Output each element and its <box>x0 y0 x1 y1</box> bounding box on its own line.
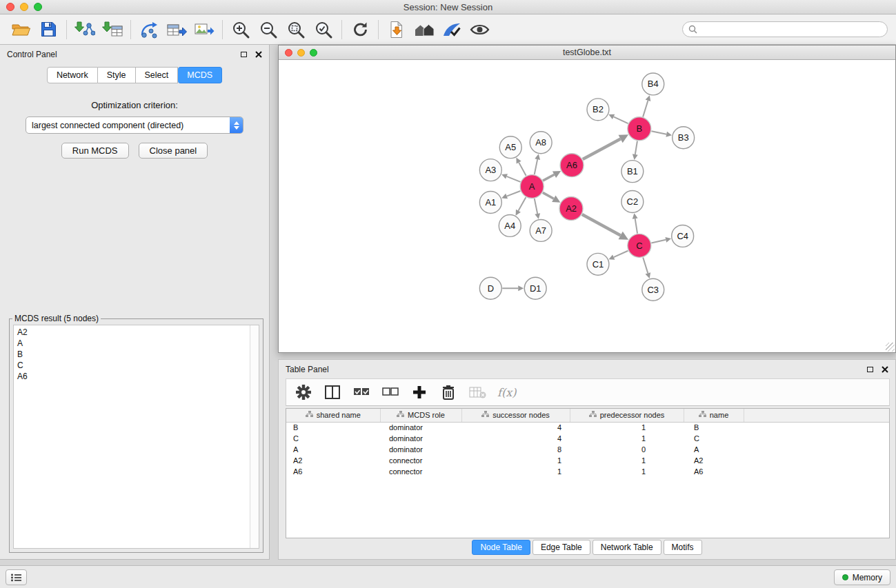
graph-edge-A-A6[interactable] <box>543 174 555 181</box>
tab-style[interactable]: Style <box>98 67 136 83</box>
column-header-mcds-role[interactable]: MCDS role <box>380 409 461 422</box>
tab-select[interactable]: Select <box>136 67 179 83</box>
graph-edge-A-A1[interactable] <box>507 191 521 196</box>
open-session-button[interactable] <box>7 17 34 42</box>
maximize-network-window-button[interactable] <box>310 49 317 57</box>
table-row[interactable]: Adominator80A <box>286 444 889 455</box>
graph-edge-A-A7[interactable] <box>535 199 537 214</box>
graph-edge-A-A8[interactable] <box>535 159 537 174</box>
graph-edge-B-B1[interactable] <box>635 141 637 154</box>
table-cell-filler <box>744 433 889 444</box>
graph-edge-A2-C[interactable] <box>582 214 621 235</box>
mcds-result-item[interactable]: C <box>17 360 246 371</box>
mcds-result-item[interactable]: B <box>17 349 246 360</box>
graph-node-label-C4: C4 <box>677 231 688 241</box>
graph-edge-arrow <box>646 272 651 278</box>
column-header-name[interactable]: name <box>684 409 744 422</box>
float-panel-icon[interactable] <box>241 52 247 57</box>
add-column-button[interactable] <box>410 382 428 403</box>
network-canvas[interactable]: AA6A2BCA5A8A3A1A4A7B2B4B3B1C2C4C1C3DD1 <box>279 61 895 352</box>
graph-edge-arrow <box>535 154 540 160</box>
close-window-button[interactable] <box>6 3 14 11</box>
search-input[interactable] <box>701 25 882 34</box>
import-table-icon <box>102 21 123 39</box>
graph-edge-A-A4[interactable] <box>518 197 526 210</box>
graph-node-label-A: A <box>529 181 535 192</box>
mcds-result-item[interactable]: A <box>17 338 246 349</box>
table-cell: C <box>684 433 744 444</box>
deselect-all-rows-button[interactable] <box>381 382 399 403</box>
tab-network[interactable]: Network <box>47 67 98 83</box>
delete-column-button[interactable] <box>439 382 457 403</box>
table-cell: A2 <box>286 455 380 466</box>
zoom-selected-button[interactable] <box>310 17 337 42</box>
table-cell-filler <box>744 444 889 455</box>
close-panel-icon[interactable] <box>255 51 262 58</box>
export-network-button[interactable] <box>135 17 163 42</box>
column-header-successor-nodes[interactable]: successor nodes <box>461 409 570 422</box>
table-cell: 1 <box>461 455 570 466</box>
minimize-network-window-button[interactable] <box>297 49 305 57</box>
graph-edge-C-C3[interactable] <box>643 258 648 274</box>
graph-node-label-C3: C3 <box>647 285 659 295</box>
zoom-fit-button[interactable] <box>282 17 310 42</box>
tab-network-table[interactable]: Network Table <box>593 540 661 555</box>
main-toolbar <box>0 14 896 45</box>
column-sort-icon <box>589 411 597 419</box>
graph-edge-A-A2[interactable] <box>543 192 554 199</box>
tab-mcds[interactable]: MCDS <box>178 67 222 83</box>
tab-node-table[interactable]: Node Table <box>472 540 530 555</box>
zoom-out-button[interactable] <box>255 17 282 42</box>
column-header-shared-name[interactable]: shared name <box>286 409 380 422</box>
mcds-result-item[interactable]: A2 <box>17 327 246 338</box>
function-builder-button[interactable]: f(x) <box>497 382 516 403</box>
float-table-panel-icon[interactable] <box>867 367 873 372</box>
refresh-view-button[interactable] <box>346 17 374 42</box>
table-row[interactable]: Bdominator41B <box>286 422 889 433</box>
apply-style-button[interactable] <box>438 17 466 42</box>
memory-button[interactable]: Memory <box>834 569 890 585</box>
zoom-in-button[interactable] <box>227 17 255 42</box>
resize-grip[interactable] <box>886 343 895 352</box>
search-box[interactable] <box>682 21 888 37</box>
home-button[interactable] <box>410 17 438 42</box>
graph-edge-C-C2[interactable] <box>635 219 637 233</box>
graph-edge-C-C4[interactable] <box>651 240 666 243</box>
graph-edge-C-C1[interactable] <box>614 251 628 257</box>
column-header-predecessor-nodes[interactable]: predecessor nodes <box>570 409 684 422</box>
import-network-button[interactable] <box>71 17 99 42</box>
tab-motifs[interactable]: Motifs <box>664 540 702 555</box>
result-scrollbar[interactable] <box>250 325 259 548</box>
destroy-table-button[interactable] <box>468 382 486 403</box>
mcds-result-item[interactable]: A6 <box>17 371 246 382</box>
save-session-button[interactable] <box>34 17 62 42</box>
table-row[interactable]: A6connector11A6 <box>286 466 889 477</box>
session-file-button[interactable] <box>383 17 410 42</box>
maximize-window-button[interactable] <box>34 3 42 11</box>
export-table-button[interactable] <box>163 17 190 42</box>
export-image-button[interactable] <box>190 17 218 42</box>
close-network-window-button[interactable] <box>285 49 292 57</box>
table-row[interactable]: A2connector11A2 <box>286 455 889 466</box>
show-columns-button[interactable] <box>323 382 341 403</box>
select-all-rows-button[interactable] <box>352 382 370 403</box>
table-row[interactable]: Cdominator41C <box>286 433 889 444</box>
graph-edge-A-A3[interactable] <box>506 176 520 182</box>
graph-edge-B-B3[interactable] <box>651 131 666 134</box>
import-table-button[interactable] <box>99 17 126 42</box>
dropdown-stepper-icon[interactable] <box>230 116 243 134</box>
graph-edge-B-B4[interactable] <box>643 101 648 117</box>
table-settings-button[interactable] <box>295 382 312 403</box>
network-graph[interactable]: AA6A2BCA5A8A3A1A4A7B2B4B3B1C2C4C1C3DD1 <box>279 61 895 352</box>
show-hide-button[interactable] <box>466 17 493 42</box>
close-table-panel-icon[interactable] <box>882 366 888 373</box>
minimize-window-button[interactable] <box>20 3 28 11</box>
graph-edge-B-B2[interactable] <box>614 116 628 123</box>
close-panel-button[interactable]: Close panel <box>139 143 208 159</box>
graph-edge-A6-B[interactable] <box>583 139 621 159</box>
run-mcds-button[interactable]: Run MCDS <box>61 143 129 159</box>
optimization-criterion-dropdown[interactable]: largest connected component (directed) <box>26 116 243 134</box>
graph-edge-A-A5[interactable] <box>519 163 526 176</box>
tab-edge-table[interactable]: Edge Table <box>532 540 590 555</box>
task-history-button[interactable] <box>6 569 27 585</box>
